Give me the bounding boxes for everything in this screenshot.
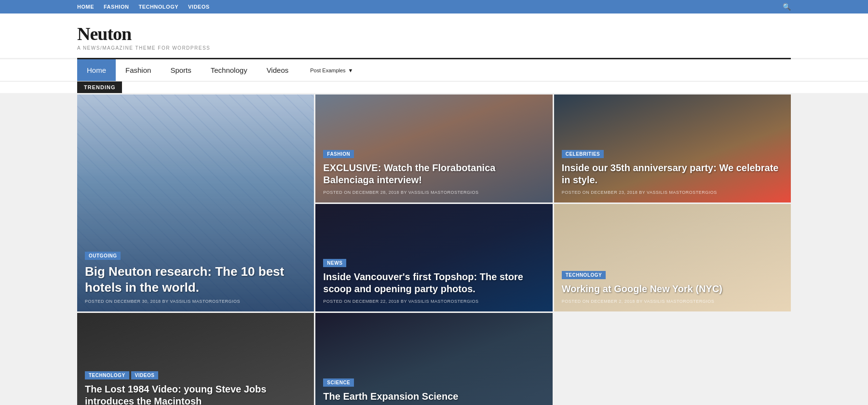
card-google-meta: POSTED ON DECEMBER 2, 2018 BY VASSILIS M… [562, 299, 783, 304]
topbar-technology[interactable]: TECHNOLOGY [138, 4, 178, 10]
main-nav: Home Fashion Sports Technology Videos Po… [0, 59, 868, 81]
card-celebrities-title: Inside our 35th anniversary party: We ce… [562, 162, 783, 186]
card-topshop-meta: POSTED ON DECEMBER 22, 2018 BY VASSILIS … [323, 299, 544, 304]
badge-celebrities: CELEBRITIES [562, 150, 604, 158]
top-bar-nav: HOME FASHION TECHNOLOGY VIDEOS [77, 4, 210, 10]
nav-fashion[interactable]: Fashion [116, 59, 161, 81]
card-topshop[interactable]: NEWS Inside Vancouver's first Topshop: T… [315, 204, 552, 312]
topbar-videos[interactable]: VIDEOS [188, 4, 210, 10]
badge-news: NEWS [323, 259, 346, 267]
site-header: Neuton A NEWS/MAGAZINE THEME FOR WORDPRE… [0, 14, 868, 58]
search-icon[interactable]: 🔍 [783, 3, 791, 11]
card-fashion[interactable]: FASHION EXCLUSIVE: Watch the Florabotani… [315, 94, 552, 202]
card-google-title: Working at Google New York (NYC) [562, 283, 783, 295]
card-hotel-title: Big Neuton research: The 10 best hotels … [85, 264, 306, 295]
card-science-title: The Earth Expansion Science [323, 391, 544, 403]
card-jobs-title: The Lost 1984 Video: young Steve Jobs in… [85, 383, 306, 405]
card-celebrities[interactable]: CELEBRITIES Inside our 35th anniversary … [554, 94, 791, 202]
card-google[interactable]: TECHNOLOGY Working at Google New York (N… [554, 204, 791, 312]
badge-videos-jobs: VIDEOS [131, 371, 159, 379]
badge-technology: TECHNOLOGY [562, 271, 606, 279]
nav-post-examples[interactable]: Post Examples ▼ [298, 61, 363, 80]
badge-technology-jobs: TECHNOLOGY [85, 371, 129, 379]
trending-bar: TRENDING [0, 81, 868, 93]
card-fashion-title: EXCLUSIVE: Watch the Florabotanica Balen… [323, 162, 544, 186]
nav-home[interactable]: Home [77, 59, 116, 81]
top-bar: HOME FASHION TECHNOLOGY VIDEOS 🔍 [0, 0, 868, 14]
site-title: Neuton [77, 23, 791, 44]
badge-science: SCIENCE [323, 378, 354, 387]
card-science[interactable]: SCIENCE The Earth Expansion Science POST… [315, 313, 552, 405]
nav-sports[interactable]: Sports [161, 59, 201, 81]
topbar-fashion[interactable]: FASHION [104, 4, 129, 10]
card-hotel-meta: POSTED ON DECEMBER 30, 2018 BY VASSILIS … [85, 299, 306, 304]
trending-label: TRENDING [77, 81, 122, 93]
nav-videos[interactable]: Videos [257, 59, 298, 81]
card-topshop-title: Inside Vancouver's first Topshop: The st… [323, 271, 544, 295]
site-subtitle: A NEWS/MAGAZINE THEME FOR WORDPRESS [77, 45, 791, 51]
content-area: OUTGOING Big Neuton research: The 10 bes… [0, 94, 868, 405]
topbar-home[interactable]: HOME [77, 4, 94, 10]
card-celebrities-meta: POSTED ON DECEMBER 23, 2018 BY VASSILIS … [562, 190, 783, 195]
nav-technology[interactable]: Technology [201, 59, 257, 81]
badge-fashion: FASHION [323, 150, 354, 158]
card-jobs[interactable]: TECHNOLOGY VIDEOS The Lost 1984 Video: y… [77, 313, 314, 405]
card-fashion-meta: POSTED ON DECEMBER 28, 2018 BY VASSILIS … [323, 190, 544, 195]
badge-outgoing: OUTGOING [85, 252, 121, 260]
card-hotel[interactable]: OUTGOING Big Neuton research: The 10 bes… [77, 94, 314, 311]
